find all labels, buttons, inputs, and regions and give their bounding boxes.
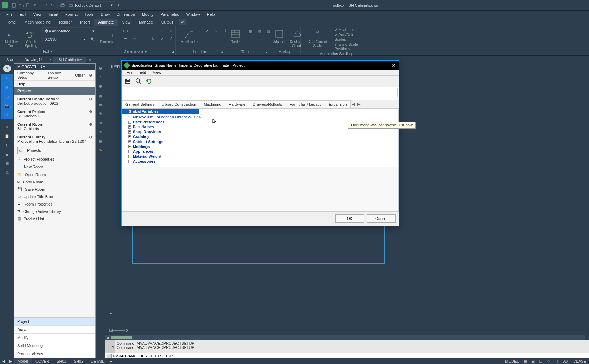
tree-item-moldings[interactable]: +Moldings (122, 144, 398, 149)
tree-expand-icon[interactable]: + (128, 145, 131, 148)
status-vbase[interactable]: VBASE (570, 359, 589, 363)
left-cube-icon[interactable]: ◫ (1, 92, 13, 101)
ok-button[interactable]: OK (335, 214, 364, 223)
ribtab-annotate[interactable]: Annotate (94, 19, 118, 26)
vt-6-icon[interactable]: ✎ (96, 110, 105, 118)
menu-edit[interactable]: Edit (16, 11, 30, 18)
doctab-add-icon[interactable]: + (93, 58, 101, 62)
tree-root[interactable]: −Global Variables (122, 109, 199, 114)
left-pencil-icon[interactable]: ✎ (1, 74, 13, 83)
status-snap-icon[interactable]: ⊞ (529, 359, 537, 364)
vt-7-icon[interactable]: ✥ (96, 119, 105, 127)
dlgtab-left-icon[interactable]: ◀ (350, 102, 356, 106)
btab-modify[interactable]: Modify (14, 334, 95, 342)
vt-3-icon[interactable]: ⚙ (96, 82, 105, 91)
action-projects[interactable]: ▭Projects (14, 145, 95, 155)
dialog-titlebar[interactable]: Specification Group Name: Imperial Decor… (122, 61, 399, 70)
action-open-room[interactable]: 📁Open Room (14, 171, 95, 178)
ribtab-view[interactable]: View (118, 19, 135, 26)
tree-expand-icon[interactable]: + (128, 160, 131, 163)
layout-detail[interactable]: DETAIL (87, 358, 108, 364)
qat-saveas-icon[interactable]: ▾ (32, 2, 39, 9)
doctab-start[interactable]: Start (1, 57, 19, 63)
tree-expand-icon[interactable]: + (128, 135, 131, 138)
left-grid-icon[interactable]: ▦ (1, 159, 13, 168)
left-rotate-icon[interactable]: ↻ (1, 141, 13, 150)
dlgtab-expansion[interactable]: Expansion (325, 100, 350, 108)
cmd-close-icon[interactable]: × (110, 340, 115, 353)
project-gear-icon[interactable]: ⚙ (89, 110, 92, 114)
dlg-menu-view[interactable]: View (150, 70, 164, 75)
qat-undo-icon[interactable]: ↶ (42, 2, 49, 9)
menu-format[interactable]: Format (62, 11, 81, 18)
dialog-tree[interactable]: −Global Variables ┈Microvellum Foundatio… (122, 108, 399, 167)
dim-11-icon[interactable]: ⊿ (158, 35, 166, 42)
panel-gear-icon[interactable]: ⚙ (89, 73, 92, 78)
dim-2-icon[interactable]: ⊣ (130, 27, 139, 34)
action-copy-room[interactable]: ⧉Copy Room (14, 178, 95, 186)
tree-item-library[interactable]: ┈Microvellum Foundation Library 22.1207 (122, 114, 398, 119)
tree-expand-icon[interactable]: + (128, 121, 131, 124)
btab-solid[interactable]: Solid Modeling (14, 342, 95, 350)
vt-9-icon[interactable]: ▤ (96, 137, 105, 145)
tb-1-icon[interactable]: ▦ (246, 27, 254, 34)
ribtab-manage[interactable]: Manage (135, 19, 157, 26)
dlgtab-drawers[interactable]: Drawers/Rollouts (249, 100, 286, 108)
ld-2-icon[interactable]: ↘ (212, 27, 220, 34)
ribtab-insert[interactable]: Insert (76, 19, 94, 26)
dim-4-icon[interactable]: ↕ (149, 27, 157, 34)
menu-draw[interactable]: Draw (97, 11, 113, 18)
panel-dimensions-label[interactable]: Dimensions ▾◢ (98, 48, 173, 54)
vt-10-icon[interactable]: ✎ (96, 146, 105, 155)
dlg-menu-file[interactable]: File (124, 70, 136, 75)
scale-sync-button[interactable]: ⇄ Sync Scale Positions (335, 42, 368, 51)
dim-1-icon[interactable]: ⟷ (121, 27, 130, 34)
menu-view[interactable]: View (30, 11, 45, 18)
horizontal-scrollbar[interactable]: ◀ (105, 335, 585, 340)
table-button[interactable]: Table (228, 27, 243, 45)
vt-2-icon[interactable]: ▯ (96, 73, 105, 82)
dialog-close-icon[interactable]: ✕ (391, 63, 396, 68)
qat-new-icon[interactable] (11, 2, 18, 9)
btab-viewer[interactable]: Product Viewer (14, 350, 95, 358)
panel-tables-label[interactable]: Tables◢ (228, 49, 266, 54)
scrollbar-thumb[interactable] (111, 336, 132, 339)
action-change-lib[interactable]: ⇄Change Active Library (14, 208, 95, 215)
dialog-search-input[interactable] (142, 88, 398, 97)
library-gear-icon[interactable]: ⚙ (89, 135, 92, 139)
command-input[interactable]: ▸ MVADVANCEDPROJECTSETUP (105, 353, 589, 358)
btab-draw[interactable]: Draw (14, 326, 95, 334)
tree-item-material[interactable]: +Material Weight (122, 154, 398, 159)
check-spelling-button[interactable]: ABC Check Spelling (23, 27, 40, 48)
dlgtab-general[interactable]: General Settings (122, 100, 158, 108)
status-osnap-icon[interactable]: ◫ (552, 359, 560, 364)
action-product-list[interactable]: ▦Product List (14, 215, 95, 222)
doctab-drawing1[interactable]: Drawing1* (19, 57, 47, 63)
qat-print-icon[interactable] (59, 2, 66, 9)
dim-3-icon[interactable]: ⟂ (140, 27, 148, 34)
vt-5-icon[interactable]: ▭ (96, 100, 105, 109)
left-print-icon[interactable]: 🖶 (1, 168, 13, 177)
vt-1-icon[interactable]: ⚙ (96, 64, 105, 72)
panel-menu-other[interactable]: Other (75, 73, 85, 77)
wipeout-button[interactable]: Wipeout (272, 27, 286, 45)
left-paste-icon[interactable]: 📋 (1, 131, 13, 141)
status-model[interactable]: MODEL (502, 359, 522, 363)
tb-2-icon[interactable]: ▤ (255, 27, 264, 34)
status-polar-icon[interactable]: ✧ (545, 359, 552, 364)
room-gear-icon[interactable]: ⚙ (89, 122, 92, 127)
action-update-title[interactable]: ▭Update Title Block (14, 193, 95, 200)
panel-text-label[interactable]: Text ▾ (3, 48, 92, 54)
menu-tools[interactable]: Tools (81, 11, 97, 18)
menu-window[interactable]: Window (183, 11, 203, 18)
tree-item-accessories[interactable]: +Accessories (122, 159, 398, 164)
dlg-save-icon[interactable] (124, 77, 132, 85)
ribtab-add-icon[interactable]: ▪▾ (179, 19, 186, 25)
btab-project[interactable]: Project (14, 318, 95, 326)
dim-6-icon[interactable]: ○ (167, 27, 175, 34)
layout-nav-right-icon[interactable]: ▶ (7, 359, 14, 364)
dim-7-icon[interactable]: ⊢ (121, 35, 130, 42)
multiline-text-button[interactable]: A Multiline Text (3, 27, 20, 48)
tree-expand-icon[interactable]: + (128, 125, 131, 129)
dim-5-icon[interactable]: ⊿ (158, 27, 166, 34)
